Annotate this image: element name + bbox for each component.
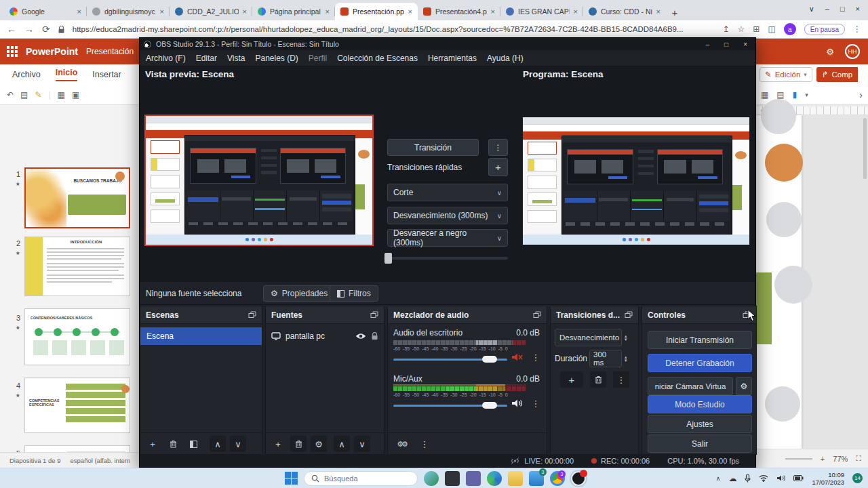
editing-mode-button[interactable]: ✎ Edición ▾ [760, 67, 812, 82]
stop-recording-button[interactable]: Detener Grabación [648, 354, 752, 372]
ppt-tab-insertar[interactable]: Insertar [92, 70, 121, 79]
menu-coleccion[interactable]: Colección de Escenas [337, 54, 418, 63]
popout-icon[interactable] [625, 311, 633, 319]
new-tab-button[interactable]: + [666, 4, 684, 20]
add-quick-transition-icon[interactable]: + [488, 158, 508, 176]
duration-spinner[interactable]: ▴▾ [625, 350, 627, 367]
visibility-eye-icon[interactable] [355, 333, 366, 340]
account-avatar[interactable]: HH [845, 44, 860, 59]
chrome-icon[interactable]: 3 [550, 471, 565, 486]
menu-paneles[interactable]: Paneles (D) [256, 54, 298, 63]
remove-source-icon[interactable] [290, 436, 307, 452]
task-view-icon[interactable] [445, 471, 460, 486]
properties-button[interactable]: ⚙ Propiedades [263, 285, 335, 302]
slide-thumbnail-5[interactable]: CRITERIOS DE EVALUACIÓN [24, 445, 130, 452]
transition-combo-spinner[interactable]: ▴▾ [625, 329, 627, 346]
forward-icon[interactable]: → [24, 24, 34, 35]
menu-vista[interactable]: Vista [227, 54, 245, 63]
source-up-icon[interactable]: ∧ [334, 436, 350, 452]
ppt-tab-inicio[interactable]: Inicio [56, 68, 78, 81]
tab-close-icon[interactable]: × [491, 7, 495, 16]
ppt-tab-archivo[interactable]: Archivo [12, 70, 41, 79]
add-transition-icon[interactable]: + [560, 371, 583, 388]
share-icon[interactable]: ↥ [723, 24, 730, 34]
duplicate-icon[interactable]: ▤ [776, 90, 784, 100]
transition-button[interactable]: Transición [387, 139, 479, 156]
window-menu-icon[interactable]: ∨ [809, 5, 814, 14]
onedrive-cloud-icon[interactable]: ☁ [728, 474, 736, 483]
window-maximize-icon[interactable]: □ [840, 5, 845, 13]
share-button[interactable]: ↱ Comp [816, 67, 858, 82]
tab-google[interactable]: Google × [4, 3, 87, 20]
channel1-muted-speaker-icon[interactable] [511, 352, 523, 362]
fit-slide-icon[interactable]: ⛶ [856, 454, 861, 463]
scenes-dock-header[interactable]: Escenas [140, 306, 262, 324]
source-properties-gear-icon[interactable]: ⚙ [311, 436, 327, 452]
popout-icon[interactable] [370, 311, 378, 319]
menu-archivo[interactable]: Archivo (F) [146, 54, 186, 63]
menu-perfil[interactable]: Perfil [309, 54, 327, 63]
zoom-in-icon[interactable]: + [821, 455, 825, 463]
new-slide-icon[interactable]: ▦ [58, 90, 65, 100]
tab-close-icon[interactable]: × [77, 7, 81, 16]
exit-button[interactable]: Salir [648, 434, 752, 453]
tab-close-icon[interactable]: × [326, 7, 330, 16]
obs-taskbar-icon[interactable] [571, 471, 586, 486]
new-slide-icon[interactable]: ▦ [761, 90, 768, 100]
obs-maximize-icon[interactable]: □ [724, 41, 728, 48]
channel1-volume-handle[interactable] [482, 356, 497, 363]
popout-icon[interactable] [533, 311, 541, 319]
side-panel-icon[interactable]: ◫ [768, 24, 775, 34]
profile-avatar[interactable]: a [784, 23, 796, 35]
window-minimize-icon[interactable]: – [825, 5, 829, 13]
scene-down-icon[interactable]: ∨ [230, 436, 246, 452]
browser-menu-icon[interactable]: ⋮ [853, 24, 861, 34]
add-source-icon[interactable]: + [270, 436, 286, 452]
tab-ies-gran-capitan[interactable]: IES GRAN CAPIT × [500, 3, 583, 20]
transition-bar-slider[interactable] [384, 257, 508, 260]
tab-pagina-principal[interactable]: Página principal × [252, 3, 335, 20]
slide-thumbnail-4[interactable]: COMPETENCIAS ESPECÍFICAS [24, 378, 130, 433]
controls-dock-header[interactable]: Controles [642, 306, 756, 324]
sync-paused-badge[interactable]: En pausa [804, 24, 845, 35]
transition-type-combo[interactable]: Desvanecimiento [555, 329, 622, 346]
url-text[interactable]: https://educa2madrid-my.sharepoint.com/:… [73, 25, 715, 33]
mixer-dock-header[interactable]: Mezclador de audio [388, 306, 547, 324]
remove-scene-icon[interactable] [165, 436, 181, 452]
tab-cdd-a2[interactable]: CDD_A2_JULIO2 × [170, 3, 252, 20]
channel2-speaker-icon[interactable] [511, 399, 523, 408]
format-painter-icon[interactable]: ✎ [35, 90, 41, 100]
add-scene-icon[interactable]: + [144, 436, 161, 452]
tab-dgbilinguismo[interactable]: dgbilinguismoyc × [87, 3, 170, 20]
tab-close-icon[interactable]: × [656, 7, 660, 16]
remove-transition-icon[interactable] [590, 371, 606, 388]
channel1-menu-icon[interactable]: ⋮ [528, 346, 544, 369]
zoom-level[interactable]: 77% [833, 455, 848, 463]
scene-filters-icon[interactable] [185, 436, 201, 452]
tab-close-icon[interactable]: × [408, 7, 412, 16]
scene-up-icon[interactable]: ∧ [210, 436, 226, 452]
present-device-icon[interactable]: ▮ [793, 90, 797, 100]
tab-close-icon[interactable]: × [243, 7, 247, 16]
tab-presentacion-active[interactable]: Presentación.ppt × [335, 3, 418, 20]
duration-value[interactable]: 300 ms [589, 350, 622, 367]
start-virtual-camera-button[interactable]: niciar Cámara Virtua [648, 377, 733, 395]
edge-icon[interactable] [487, 471, 502, 486]
speaker-icon[interactable] [776, 474, 785, 482]
lock-icon[interactable] [371, 332, 378, 340]
undo-icon[interactable]: ↶ [7, 90, 14, 100]
channel2-menu-icon[interactable]: ⋮ [528, 392, 544, 415]
paste-icon[interactable]: ▤ [20, 90, 28, 100]
window-close-icon[interactable]: × [856, 5, 860, 13]
menu-herramientas[interactable]: Herramientas [428, 54, 477, 63]
back-icon[interactable]: ← [7, 24, 16, 35]
transition-props-icon[interactable]: ⋮ [613, 371, 629, 388]
preview-video[interactable] [146, 116, 372, 245]
notification-count-badge[interactable]: 14 [852, 473, 863, 483]
tab-close-icon[interactable]: × [574, 7, 578, 16]
tab-close-icon[interactable]: × [160, 7, 164, 16]
obs-close-icon[interactable]: × [743, 41, 747, 48]
quick-transition-cut[interactable]: Corte∨ [387, 184, 508, 201]
microphone-icon[interactable] [745, 474, 751, 483]
apps-grid-icon[interactable]: ⊞ [753, 24, 760, 34]
